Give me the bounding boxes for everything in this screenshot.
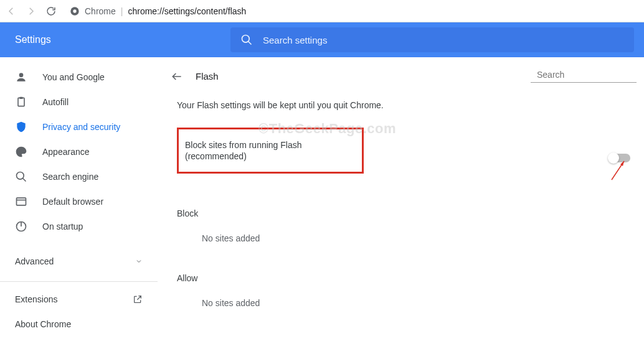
sidebar-item-label: Search engine <box>42 172 98 182</box>
flash-toggle[interactable] <box>609 154 630 162</box>
content-area: Flash Your Flash settings will be kept u… <box>158 57 644 359</box>
svg-point-2 <box>242 35 250 43</box>
sidebar-item-default-browser[interactable]: Default browser <box>0 189 158 214</box>
allow-empty-text: No sites added <box>202 298 637 308</box>
toggle-label: Block sites from running Flash (recommen… <box>185 140 302 161</box>
sidebar-item-label: Appearance <box>42 147 90 157</box>
highlight-box: Block sites from running Flash (recommen… <box>177 128 364 174</box>
forward-button[interactable] <box>25 5 37 17</box>
search-settings-input[interactable] <box>263 35 624 45</box>
back-arrow-button[interactable] <box>171 70 183 83</box>
browser-icon <box>15 195 27 208</box>
settings-sidebar: You and Google Autofill Privacy and secu… <box>0 57 158 359</box>
svg-point-1 <box>73 9 76 12</box>
block-empty-text: No sites added <box>202 233 637 243</box>
reload-button[interactable] <box>45 5 57 17</box>
block-section-heading: Block <box>177 208 637 218</box>
back-button[interactable] <box>5 5 17 17</box>
sidebar-item-search-engine[interactable]: Search engine <box>0 164 158 189</box>
settings-header: Settings <box>0 22 644 57</box>
sidebar-item-you-and-google[interactable]: You and Google <box>0 65 158 90</box>
svg-line-3 <box>249 42 252 45</box>
advanced-label: Advanced <box>15 256 54 266</box>
content-search-box[interactable] <box>531 70 637 83</box>
chevron-down-icon <box>135 258 143 265</box>
address-bar[interactable]: Chrome | chrome://settings/content/flash <box>70 6 246 16</box>
search-settings-box[interactable] <box>230 27 634 52</box>
flash-info-text: Your Flash settings will be kept until y… <box>177 100 637 110</box>
sidebar-item-autofill[interactable]: Autofill <box>0 90 158 114</box>
shield-icon <box>15 121 27 133</box>
power-icon <box>15 220 27 233</box>
toggle-knob <box>608 152 619 164</box>
palette-icon <box>15 146 27 158</box>
sidebar-item-on-startup[interactable]: On startup <box>0 214 158 239</box>
svg-rect-5 <box>18 98 24 106</box>
sidebar-item-label: Autofill <box>42 97 69 107</box>
person-icon <box>15 71 27 83</box>
sidebar-advanced[interactable]: Advanced <box>0 246 158 276</box>
svg-point-4 <box>19 73 24 77</box>
clipboard-icon <box>15 96 27 108</box>
search-icon <box>15 170 27 183</box>
svg-point-7 <box>17 172 24 180</box>
sidebar-item-label: Default browser <box>42 197 103 207</box>
sidebar-extensions[interactable]: Extensions <box>0 287 158 312</box>
url-path: chrome://settings/content/flash <box>128 6 246 16</box>
sidebar-item-label: You and Google <box>42 72 105 82</box>
content-search-input[interactable] <box>537 70 644 80</box>
svg-rect-9 <box>17 198 26 205</box>
divider <box>0 281 158 282</box>
settings-title: Settings <box>0 34 230 45</box>
allow-section-heading: Allow <box>177 273 637 283</box>
sidebar-about-chrome[interactable]: About Chrome <box>0 312 158 337</box>
search-icon <box>240 34 253 46</box>
svg-line-8 <box>23 179 26 182</box>
sidebar-item-label: On startup <box>42 221 83 231</box>
svg-rect-6 <box>20 97 23 99</box>
flash-toggle-row: Block sites from running Flash (recommen… <box>171 123 637 193</box>
sidebar-item-privacy-security[interactable]: Privacy and security <box>0 114 158 139</box>
external-link-icon <box>133 294 143 304</box>
browser-toolbar: Chrome | chrome://settings/content/flash <box>0 0 644 22</box>
sidebar-item-label: Privacy and security <box>42 122 120 132</box>
extensions-label: Extensions <box>15 294 57 304</box>
chrome-icon <box>70 6 80 16</box>
url-label: Chrome <box>85 6 116 16</box>
about-label: About Chrome <box>15 319 71 329</box>
page-title: Flash <box>196 71 219 82</box>
sidebar-item-appearance[interactable]: Appearance <box>0 139 158 164</box>
